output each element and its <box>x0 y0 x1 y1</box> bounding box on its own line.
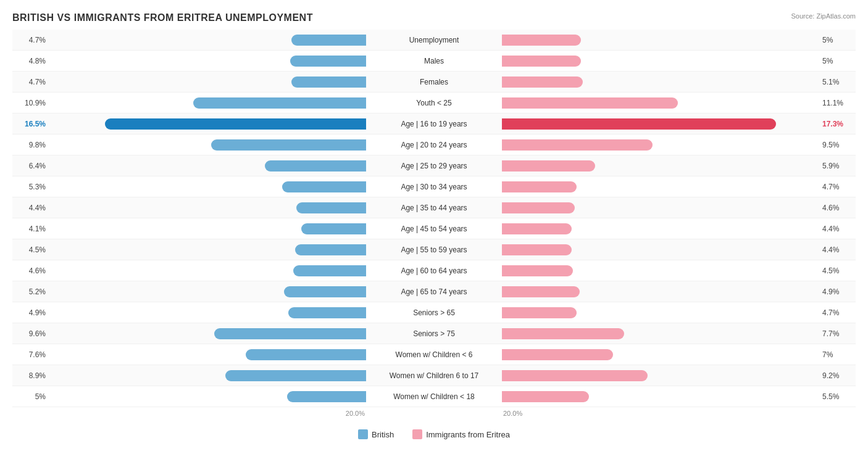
left-bar-container <box>49 285 366 299</box>
left-value: 8.9% <box>12 371 49 380</box>
bar-row: 16.5% Age | 16 to 19 years 17.3% <box>12 114 856 134</box>
bar-row: 5% Women w/ Children < 18 5.5% <box>12 386 856 407</box>
left-bar <box>290 56 366 67</box>
left-value: 7.6% <box>12 350 49 359</box>
left-bar-container <box>49 306 366 320</box>
left-value: 5.2% <box>12 287 49 296</box>
bar-row: 4.7% Unemployment 5% <box>12 30 856 51</box>
bar-label: Women w/ Children < 18 <box>366 392 502 401</box>
left-value: 5% <box>12 392 49 401</box>
right-bar-container <box>502 369 819 382</box>
bar-label: Unemployment <box>366 36 502 44</box>
right-value: 4.7% <box>819 308 856 317</box>
bar-label: Males <box>366 57 502 65</box>
left-bar <box>291 35 366 46</box>
left-value: 4.6% <box>12 267 49 275</box>
chart-container: BRITISH VS IMMIGRANTS FROM ERITREA UNEMP… <box>0 0 868 449</box>
legend-label-right: Immigrants from Eritrea <box>426 430 510 439</box>
bar-row: 4.6% Age | 60 to 64 years 4.5% <box>12 260 856 281</box>
right-bar-container <box>502 117 819 131</box>
right-bar <box>502 391 589 402</box>
left-value: 10.9% <box>12 99 49 107</box>
left-bar <box>288 307 366 318</box>
bar-row: 8.9% Women w/ Children 6 to 17 9.2% <box>12 365 856 386</box>
axis-label-left: 20.0% <box>49 410 366 417</box>
right-value: 5.5% <box>819 392 856 401</box>
right-value: 5.9% <box>819 162 856 170</box>
bar-label: Youth < 25 <box>366 99 502 107</box>
left-bar-container <box>49 390 366 403</box>
left-bar-container <box>49 348 366 362</box>
right-bar-container <box>502 96 819 110</box>
bar-row: 4.8% Males 5% <box>12 51 856 72</box>
right-bar-container <box>502 327 819 341</box>
bar-label: Age | 30 to 34 years <box>366 183 502 191</box>
bar-label: Age | 45 to 54 years <box>366 225 502 233</box>
right-bar <box>502 97 678 109</box>
right-bar <box>502 56 581 67</box>
left-bar <box>246 349 366 360</box>
bar-label: Women w/ Children 6 to 17 <box>366 371 502 380</box>
bar-label: Women w/ Children < 6 <box>366 350 502 359</box>
chart-title: BRITISH VS IMMIGRANTS FROM ERITREA UNEMP… <box>12 12 856 23</box>
left-bar <box>291 76 366 88</box>
right-bar <box>502 286 580 297</box>
left-bar <box>193 97 366 109</box>
bar-row: 7.6% Women w/ Children < 6 7% <box>12 344 856 365</box>
bar-row: 4.9% Seniors > 65 4.7% <box>12 302 856 323</box>
bar-row: 4.4% Age | 35 to 44 years 4.6% <box>12 197 856 218</box>
legend-swatch-left <box>358 429 368 439</box>
right-bar-container <box>502 201 819 215</box>
legend-item-left: British <box>358 429 394 439</box>
axis-label-right: 20.0% <box>502 410 819 417</box>
right-value: 4.4% <box>819 225 856 233</box>
left-value: 9.6% <box>12 329 49 338</box>
right-bar-container <box>502 390 819 403</box>
right-value: 7.7% <box>819 329 856 338</box>
left-value: 4.8% <box>12 57 49 65</box>
right-value: 4.7% <box>819 183 856 191</box>
legend-label-left: British <box>372 430 394 439</box>
bar-label: Age | 20 to 24 years <box>366 141 502 149</box>
left-bar <box>287 391 366 402</box>
left-bar <box>265 160 366 172</box>
right-bar <box>502 181 577 192</box>
left-bar-container <box>49 264 366 278</box>
left-bar-container <box>49 327 366 341</box>
right-bar <box>502 328 624 339</box>
bar-row: 5.3% Age | 30 to 34 years 4.7% <box>12 176 856 197</box>
right-value: 5% <box>819 57 856 65</box>
left-bar-container <box>49 180 366 194</box>
bar-label: Age | 65 to 74 years <box>366 287 502 296</box>
bar-row: 6.4% Age | 25 to 29 years 5.9% <box>12 155 856 176</box>
right-bar <box>502 370 648 381</box>
left-bar <box>211 139 366 151</box>
bar-row: 4.5% Age | 55 to 59 years 4.4% <box>12 239 856 260</box>
left-bar-container <box>49 369 366 382</box>
right-bar <box>502 160 595 172</box>
right-bar-container <box>502 306 819 320</box>
left-bar-container <box>49 96 366 110</box>
left-bar-container <box>49 54 366 68</box>
right-bar-container <box>502 138 819 152</box>
bar-label: Age | 25 to 29 years <box>366 162 502 170</box>
left-bar <box>105 118 366 130</box>
bar-label: Seniors > 65 <box>366 308 502 317</box>
right-value: 7% <box>819 350 856 359</box>
right-bar-container <box>502 243 819 257</box>
right-bar-container <box>502 222 819 236</box>
legend: British Immigrants from Eritrea <box>12 426 856 443</box>
left-value: 5.3% <box>12 183 49 191</box>
right-value: 5% <box>819 36 856 44</box>
bar-row: 4.1% Age | 45 to 54 years 4.4% <box>12 218 856 239</box>
right-bar <box>502 244 572 255</box>
left-bar <box>296 202 366 213</box>
left-bar-container <box>49 222 366 236</box>
left-bar-container <box>49 243 366 257</box>
legend-swatch-right <box>412 429 422 439</box>
right-bar-container <box>502 348 819 362</box>
right-bar-container <box>502 54 819 68</box>
right-bar-container <box>502 159 819 173</box>
bar-label: Age | 35 to 44 years <box>366 204 502 212</box>
right-bar <box>502 307 577 318</box>
